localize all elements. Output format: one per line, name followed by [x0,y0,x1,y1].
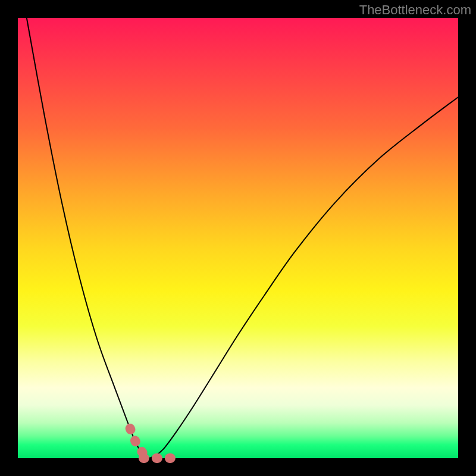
chart-frame: TheBottleneck.com [0,0,476,476]
optimal-range-overlay [130,428,172,458]
curve-layer [18,18,458,458]
bottleneck-curve [27,18,458,458]
watermark-text: TheBottleneck.com [359,2,471,18]
